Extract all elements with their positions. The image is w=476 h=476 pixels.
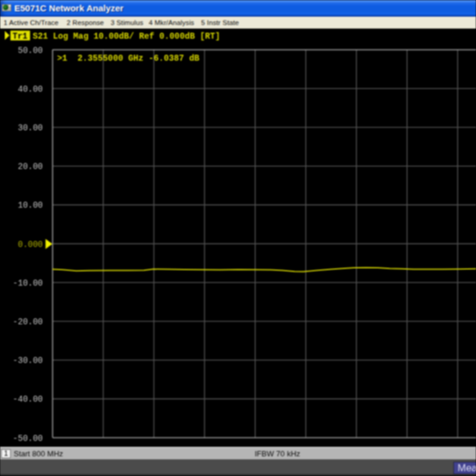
svg-text:Tr1: Tr1 <box>12 32 27 41</box>
svg-text:40.00: 40.00 <box>18 84 43 94</box>
svg-text:10.00: 10.00 <box>18 201 43 210</box>
svg-text:-20.00: -20.00 <box>13 317 43 327</box>
svg-text:30.00: 30.00 <box>18 123 43 133</box>
svg-text:50.00: 50.00 <box>18 46 43 55</box>
svg-text:>1 2.3555000 GHz -6.0387 dB: >1 2.3555000 GHz -6.0387 dB <box>57 54 200 63</box>
svg-text:-50.00: -50.00 <box>13 434 43 443</box>
svg-text:-30.00: -30.00 <box>13 356 43 365</box>
svg-text:S21 Log Mag 10.00dB/ Ref 0.000: S21 Log Mag 10.00dB/ Ref 0.000dB [RT] <box>33 32 220 41</box>
svg-text:-40.00: -40.00 <box>13 394 43 404</box>
svg-text:-10.00: -10.00 <box>13 278 43 288</box>
svg-text:0.000: 0.000 <box>18 240 43 249</box>
svg-text:20.00: 20.00 <box>18 162 43 171</box>
